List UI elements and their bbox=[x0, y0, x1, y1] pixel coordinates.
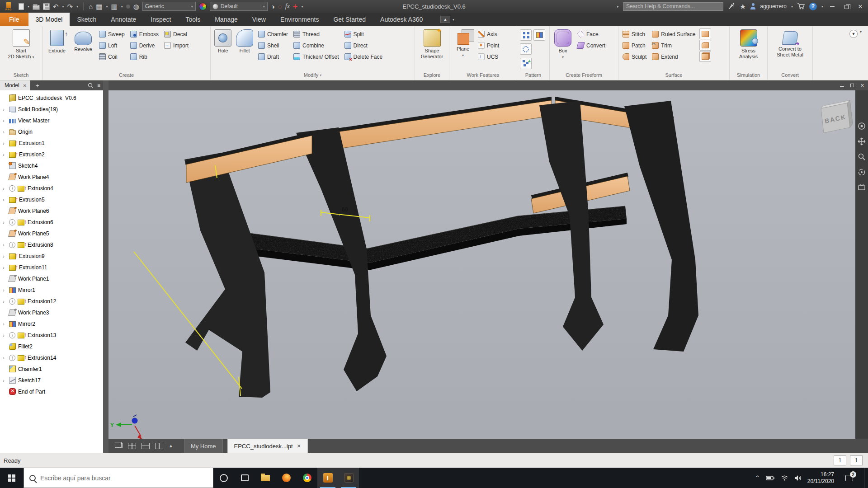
tree-expand-icon[interactable] bbox=[3, 118, 7, 123]
render-icon[interactable]: ▦ bbox=[96, 3, 102, 10]
measure-icon[interactable]: ◍ bbox=[133, 3, 139, 10]
panel-label-surface[interactable]: Surface bbox=[618, 70, 729, 80]
panel-label-create-freeform[interactable]: Create Freeform bbox=[550, 70, 618, 80]
help-search-input[interactable] bbox=[623, 2, 723, 11]
add-to-toolbar-icon[interactable]: + bbox=[293, 3, 298, 9]
tray-expand-icon[interactable]: ⌃ bbox=[755, 474, 760, 481]
browser-search-icon[interactable] bbox=[88, 83, 94, 89]
ribbon-small-button[interactable]: Import bbox=[162, 40, 191, 51]
tree-item[interactable]: Extrusion11 bbox=[0, 262, 103, 273]
volume-icon[interactable] bbox=[794, 475, 802, 481]
firefox-button[interactable] bbox=[276, 468, 297, 488]
tree-item[interactable]: Origin bbox=[0, 126, 103, 137]
browser-tab-model[interactable]: Model ✕ bbox=[0, 80, 30, 90]
undo-icon[interactable]: ↶ bbox=[53, 3, 59, 10]
username[interactable]: agguerrero bbox=[760, 3, 787, 9]
battery-icon[interactable] bbox=[766, 475, 775, 481]
ribbon-tab[interactable]: Manage bbox=[208, 13, 245, 26]
tree-item[interactable]: Extrusion8 bbox=[0, 239, 103, 250]
tree-item[interactable]: Sketch4 bbox=[0, 160, 103, 171]
tree-expand-icon[interactable] bbox=[3, 242, 7, 248]
circular-pattern-button[interactable] bbox=[520, 43, 532, 55]
tree-item[interactable]: Extrusion6 bbox=[0, 216, 103, 228]
taskbar-search[interactable] bbox=[24, 468, 213, 488]
chrome-button[interactable] bbox=[297, 468, 317, 488]
viewcube[interactable]: BACK bbox=[821, 100, 853, 133]
copy-surface-button[interactable] bbox=[699, 51, 711, 62]
ribbon-small-button[interactable]: Rib bbox=[128, 51, 161, 62]
tree-item[interactable]: Chamfer1 bbox=[0, 363, 103, 375]
tree-expand-icon[interactable] bbox=[3, 253, 7, 259]
tab-document[interactable]: EPCC_studiodesk...ipt ✕ bbox=[227, 439, 308, 453]
new-file-dropdown-icon[interactable]: ▾ bbox=[28, 5, 29, 9]
ribbon-small-button[interactable]: Shell bbox=[256, 40, 290, 51]
close-button[interactable]: ✕ bbox=[855, 3, 865, 10]
tree-expand-icon[interactable] bbox=[3, 355, 7, 361]
favorites-star-icon[interactable]: ★ bbox=[740, 3, 746, 10]
panel-label-explore[interactable]: Explore bbox=[415, 70, 449, 80]
shape-generator-button[interactable]: ShapeGenerator bbox=[417, 28, 447, 60]
ribbon-tab[interactable]: Inspect bbox=[143, 13, 178, 26]
ribbon-small-button[interactable]: Point bbox=[476, 40, 504, 51]
tree-expand-icon[interactable] bbox=[3, 287, 7, 293]
start-2d-sketch-button[interactable]: Start2D Sketch ▾ bbox=[7, 28, 35, 60]
tree-expand-icon[interactable] bbox=[3, 152, 7, 157]
tab-close-icon[interactable]: ✕ bbox=[297, 443, 301, 449]
tree-expand-icon[interactable] bbox=[3, 107, 7, 112]
start-button[interactable] bbox=[0, 468, 24, 488]
ribbon-small-button[interactable]: Face bbox=[575, 28, 608, 40]
ribbon-small-button[interactable]: Split bbox=[342, 28, 385, 40]
ribbon-small-button[interactable]: Sweep bbox=[97, 28, 127, 40]
look-at-icon[interactable] bbox=[858, 183, 866, 192]
tree-item[interactable]: Extrusion2 bbox=[0, 149, 103, 160]
panel-label-simulation[interactable]: Simulation bbox=[730, 70, 767, 80]
replace-face-button[interactable] bbox=[699, 28, 711, 39]
ribbon-tab[interactable]: 3D Model bbox=[28, 13, 70, 26]
ribbon-small-button[interactable]: Loft bbox=[97, 40, 127, 51]
convert-to-sheet-metal-button[interactable]: Convert toSheet Metal bbox=[772, 28, 808, 58]
qat-dropdown-icon[interactable]: ▾ bbox=[301, 5, 303, 9]
help-dropdown-icon[interactable]: ▾ bbox=[821, 5, 823, 9]
tree-expand-icon[interactable] bbox=[3, 129, 7, 135]
ribbon-tab[interactable]: Sketch bbox=[70, 13, 104, 26]
material-dropdown-icon[interactable]: ▾ bbox=[121, 5, 123, 9]
sketch-driven-pattern-button[interactable] bbox=[520, 58, 532, 69]
redo-icon[interactable]: ↷ bbox=[67, 3, 73, 10]
collapse-tabs-icon[interactable]: ▲ bbox=[169, 443, 173, 448]
doc-minimize-button[interactable] bbox=[840, 83, 844, 88]
help-icon[interactable]: ? bbox=[809, 3, 817, 10]
tree-item[interactable]: Mirror2 bbox=[0, 318, 103, 329]
tree-item[interactable]: Work Plane5 bbox=[0, 228, 103, 239]
wifi-icon[interactable] bbox=[781, 475, 788, 481]
ribbon-small-button[interactable]: Patch bbox=[620, 40, 649, 51]
doc-close-button[interactable]: ✕ bbox=[860, 83, 864, 88]
panel-label-modify[interactable]: Modify▾ bbox=[211, 70, 415, 80]
task-view-button[interactable] bbox=[234, 468, 255, 488]
ribbon-tab[interactable]: File bbox=[0, 13, 28, 26]
tree-item[interactable]: Work Plane1 bbox=[0, 273, 103, 284]
open-file-icon[interactable] bbox=[33, 5, 40, 10]
tree-item[interactable]: Extrusion13 bbox=[0, 329, 103, 341]
revolve-button[interactable]: Revolve bbox=[71, 28, 96, 52]
ribbon-small-button[interactable]: Draft bbox=[256, 51, 290, 62]
ribbon-small-button[interactable]: Combine bbox=[291, 40, 341, 51]
minimize-button[interactable] bbox=[827, 3, 837, 10]
restore-button[interactable] bbox=[841, 3, 851, 10]
panel-label-convert[interactable]: Convert bbox=[768, 70, 812, 80]
ribbon-tab[interactable]: View bbox=[245, 13, 273, 26]
tree-item[interactable]: Work Plane3 bbox=[0, 307, 103, 318]
adjust-appearance-icon[interactable]: ◑ bbox=[271, 3, 275, 10]
tree-item[interactable]: End of Part bbox=[0, 386, 103, 397]
tree-expand-icon[interactable] bbox=[3, 299, 7, 304]
fillet-button[interactable]: Fillet bbox=[234, 28, 255, 54]
render-dropdown-icon[interactable]: ▾ bbox=[106, 5, 108, 9]
stress-analysis-button[interactable]: StressAnalysis bbox=[735, 28, 762, 60]
tree-expand-icon[interactable] bbox=[3, 265, 7, 270]
tree-item[interactable]: Extrusion5 bbox=[0, 194, 103, 205]
tree-item[interactable]: Solid Bodies(19) bbox=[0, 103, 103, 115]
tree-expand-icon[interactable] bbox=[3, 197, 7, 202]
doc-restore-button[interactable] bbox=[850, 83, 854, 88]
expand-search-icon[interactable]: ▸ bbox=[617, 5, 619, 9]
ribbon-small-button[interactable]: Axis bbox=[476, 28, 504, 40]
show-desktop-button[interactable] bbox=[864, 468, 866, 488]
